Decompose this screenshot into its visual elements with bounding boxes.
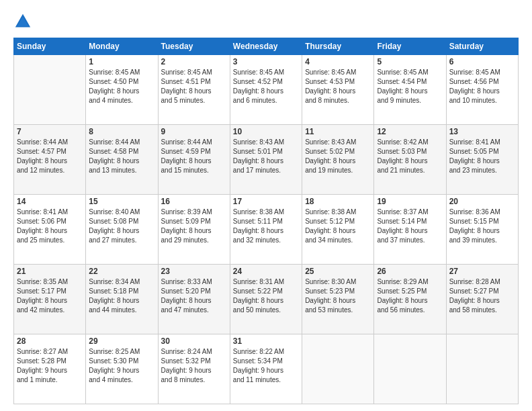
calendar-cell: 19Sunrise: 8:37 AMSunset: 5:14 PMDayligh… xyxy=(374,195,446,265)
day-number: 26 xyxy=(377,267,443,276)
calendar-cell xyxy=(374,334,446,404)
weekday-header-thursday: Thursday xyxy=(302,38,374,55)
day-number: 19 xyxy=(377,197,443,206)
day-info: Sunrise: 8:38 AMSunset: 5:11 PMDaylight:… xyxy=(233,208,299,245)
day-number: 21 xyxy=(17,267,83,276)
day-info: Sunrise: 8:22 AMSunset: 5:34 PMDaylight:… xyxy=(233,347,299,385)
day-info: Sunrise: 8:27 AMSunset: 5:28 PMDaylight:… xyxy=(17,347,83,385)
weekday-header-friday: Friday xyxy=(374,38,446,55)
day-number: 4 xyxy=(305,57,371,66)
calendar-cell: 8Sunrise: 8:44 AMSunset: 4:58 PMDaylight… xyxy=(86,125,158,195)
calendar-cell: 26Sunrise: 8:29 AMSunset: 5:25 PMDayligh… xyxy=(374,265,446,334)
day-number: 22 xyxy=(89,267,154,276)
weekday-header-sunday: Sunday xyxy=(14,38,86,55)
calendar: SundayMondayTuesdayWednesdayThursdayFrid… xyxy=(13,38,519,404)
calendar-cell: 18Sunrise: 8:38 AMSunset: 5:12 PMDayligh… xyxy=(302,195,374,265)
calendar-cell: 16Sunrise: 8:39 AMSunset: 5:09 PMDayligh… xyxy=(158,195,230,265)
day-info: Sunrise: 8:38 AMSunset: 5:12 PMDaylight:… xyxy=(305,208,371,245)
calendar-cell: 9Sunrise: 8:44 AMSunset: 4:59 PMDaylight… xyxy=(158,125,230,195)
day-number: 12 xyxy=(377,127,443,136)
calendar-cell: 21Sunrise: 8:35 AMSunset: 5:17 PMDayligh… xyxy=(14,265,86,334)
day-info: Sunrise: 8:44 AMSunset: 4:59 PMDaylight:… xyxy=(161,138,227,175)
calendar-cell: 30Sunrise: 8:24 AMSunset: 5:32 PMDayligh… xyxy=(158,334,230,404)
calendar-cell xyxy=(302,334,374,404)
day-info: Sunrise: 8:41 AMSunset: 5:06 PMDaylight:… xyxy=(17,208,83,245)
day-number: 9 xyxy=(161,127,227,136)
calendar-cell: 15Sunrise: 8:40 AMSunset: 5:08 PMDayligh… xyxy=(86,195,158,265)
day-number: 29 xyxy=(89,336,154,346)
day-info: Sunrise: 8:31 AMSunset: 5:22 PMDaylight:… xyxy=(233,277,299,315)
day-info: Sunrise: 8:40 AMSunset: 5:08 PMDaylight:… xyxy=(89,208,154,245)
page: SundayMondayTuesdayWednesdayThursdayFrid… xyxy=(0,0,532,411)
day-info: Sunrise: 8:44 AMSunset: 4:58 PMDaylight:… xyxy=(89,138,154,175)
day-info: Sunrise: 8:42 AMSunset: 5:03 PMDaylight:… xyxy=(377,138,443,175)
header xyxy=(13,12,519,31)
calendar-cell: 6Sunrise: 8:45 AMSunset: 4:56 PMDaylight… xyxy=(446,55,518,125)
day-number: 3 xyxy=(233,57,299,66)
calendar-cell: 25Sunrise: 8:30 AMSunset: 5:23 PMDayligh… xyxy=(302,265,374,334)
day-number: 2 xyxy=(161,57,227,66)
day-info: Sunrise: 8:43 AMSunset: 5:02 PMDaylight:… xyxy=(305,138,371,175)
calendar-cell: 10Sunrise: 8:43 AMSunset: 5:01 PMDayligh… xyxy=(230,125,302,195)
day-number: 1 xyxy=(89,57,154,66)
day-info: Sunrise: 8:30 AMSunset: 5:23 PMDaylight:… xyxy=(305,277,371,315)
calendar-row-2: 14Sunrise: 8:41 AMSunset: 5:06 PMDayligh… xyxy=(14,195,519,265)
calendar-cell: 29Sunrise: 8:25 AMSunset: 5:30 PMDayligh… xyxy=(86,334,158,404)
day-info: Sunrise: 8:29 AMSunset: 5:25 PMDaylight:… xyxy=(377,277,443,315)
day-info: Sunrise: 8:37 AMSunset: 5:14 PMDaylight:… xyxy=(377,208,443,245)
day-info: Sunrise: 8:45 AMSunset: 4:53 PMDaylight:… xyxy=(305,68,371,105)
weekday-header-monday: Monday xyxy=(86,38,158,55)
day-number: 18 xyxy=(305,197,371,206)
day-info: Sunrise: 8:45 AMSunset: 4:52 PMDaylight:… xyxy=(233,68,299,105)
day-number: 11 xyxy=(305,127,371,136)
day-info: Sunrise: 8:24 AMSunset: 5:32 PMDaylight:… xyxy=(161,347,227,385)
day-info: Sunrise: 8:45 AMSunset: 4:50 PMDaylight:… xyxy=(89,68,154,105)
day-number: 24 xyxy=(233,267,299,276)
calendar-cell: 7Sunrise: 8:44 AMSunset: 4:57 PMDaylight… xyxy=(14,125,86,195)
day-info: Sunrise: 8:39 AMSunset: 5:09 PMDaylight:… xyxy=(161,208,227,245)
calendar-cell: 27Sunrise: 8:28 AMSunset: 5:27 PMDayligh… xyxy=(446,265,518,334)
day-info: Sunrise: 8:44 AMSunset: 4:57 PMDaylight:… xyxy=(17,138,83,175)
weekday-header-row: SundayMondayTuesdayWednesdayThursdayFrid… xyxy=(14,38,519,55)
logo-icon xyxy=(13,12,32,31)
day-number: 5 xyxy=(377,57,443,66)
calendar-cell: 2Sunrise: 8:45 AMSunset: 4:51 PMDaylight… xyxy=(158,55,230,125)
calendar-cell: 31Sunrise: 8:22 AMSunset: 5:34 PMDayligh… xyxy=(230,334,302,404)
calendar-cell: 22Sunrise: 8:34 AMSunset: 5:18 PMDayligh… xyxy=(86,265,158,334)
day-number: 8 xyxy=(89,127,154,136)
logo xyxy=(13,12,35,31)
day-info: Sunrise: 8:28 AMSunset: 5:27 PMDaylight:… xyxy=(449,277,515,315)
day-number: 15 xyxy=(89,197,154,206)
day-number: 28 xyxy=(17,336,83,346)
day-number: 23 xyxy=(161,267,227,276)
day-number: 25 xyxy=(305,267,371,276)
day-number: 16 xyxy=(161,197,227,206)
calendar-cell: 13Sunrise: 8:41 AMSunset: 5:05 PMDayligh… xyxy=(446,125,518,195)
day-number: 20 xyxy=(449,197,515,206)
day-number: 30 xyxy=(161,336,227,346)
calendar-cell: 4Sunrise: 8:45 AMSunset: 4:53 PMDaylight… xyxy=(302,55,374,125)
calendar-row-4: 28Sunrise: 8:27 AMSunset: 5:28 PMDayligh… xyxy=(14,334,519,404)
day-number: 6 xyxy=(449,57,515,66)
calendar-cell: 20Sunrise: 8:36 AMSunset: 5:15 PMDayligh… xyxy=(446,195,518,265)
day-number: 14 xyxy=(17,197,83,206)
day-number: 7 xyxy=(17,127,83,136)
calendar-cell: 17Sunrise: 8:38 AMSunset: 5:11 PMDayligh… xyxy=(230,195,302,265)
day-info: Sunrise: 8:34 AMSunset: 5:18 PMDaylight:… xyxy=(89,277,154,315)
day-info: Sunrise: 8:45 AMSunset: 4:54 PMDaylight:… xyxy=(377,68,443,105)
calendar-cell: 23Sunrise: 8:33 AMSunset: 5:20 PMDayligh… xyxy=(158,265,230,334)
weekday-header-saturday: Saturday xyxy=(446,38,518,55)
day-info: Sunrise: 8:41 AMSunset: 5:05 PMDaylight:… xyxy=(449,138,515,175)
day-number: 31 xyxy=(233,336,299,346)
calendar-cell xyxy=(14,55,86,125)
calendar-cell: 28Sunrise: 8:27 AMSunset: 5:28 PMDayligh… xyxy=(14,334,86,404)
day-number: 13 xyxy=(449,127,515,136)
day-info: Sunrise: 8:33 AMSunset: 5:20 PMDaylight:… xyxy=(161,277,227,315)
calendar-cell: 24Sunrise: 8:31 AMSunset: 5:22 PMDayligh… xyxy=(230,265,302,334)
day-info: Sunrise: 8:36 AMSunset: 5:15 PMDaylight:… xyxy=(449,208,515,245)
calendar-cell: 1Sunrise: 8:45 AMSunset: 4:50 PMDaylight… xyxy=(86,55,158,125)
calendar-row-0: 1Sunrise: 8:45 AMSunset: 4:50 PMDaylight… xyxy=(14,55,519,125)
weekday-header-wednesday: Wednesday xyxy=(230,38,302,55)
calendar-cell: 14Sunrise: 8:41 AMSunset: 5:06 PMDayligh… xyxy=(14,195,86,265)
calendar-row-1: 7Sunrise: 8:44 AMSunset: 4:57 PMDaylight… xyxy=(14,125,519,195)
